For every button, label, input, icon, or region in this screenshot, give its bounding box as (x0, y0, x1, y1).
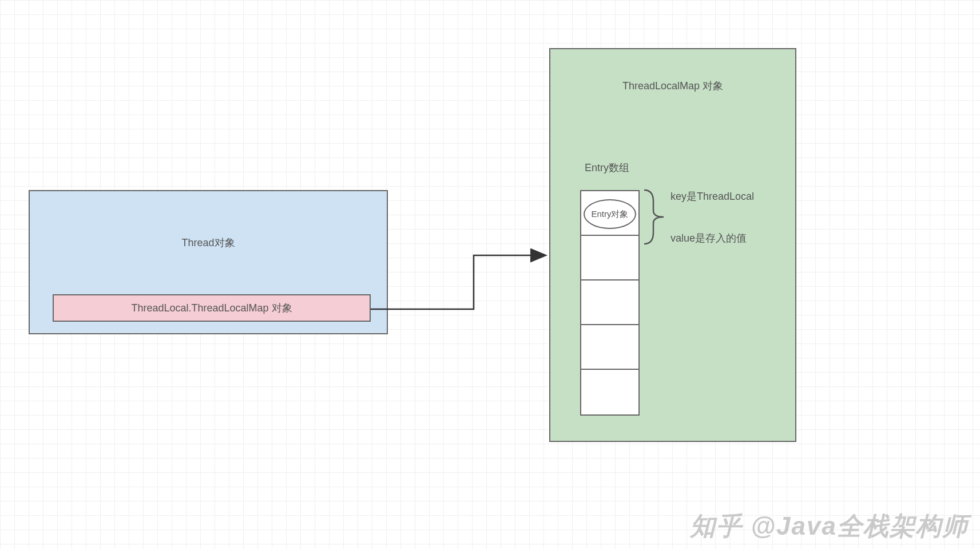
entry-slot (581, 325, 638, 370)
threadlocalmap-object-box: ThreadLocalMap 对象 Entry数组 Entry对象 key是Th… (549, 48, 796, 442)
entry-array-table: Entry对象 (580, 190, 640, 416)
curly-brace-icon (641, 189, 669, 245)
value-description-label: value是存入的值 (670, 231, 747, 245)
key-description-label: key是ThreadLocal (670, 189, 754, 203)
threadlocalmap-field-box: ThreadLocal.ThreadLocalMap 对象 (53, 294, 371, 322)
entry-array-label: Entry数组 (585, 161, 629, 175)
entry-object-label: Entry对象 (591, 209, 628, 219)
entry-slot (581, 281, 638, 325)
entry-slot (581, 236, 638, 281)
watermark-text: 知乎 @Java全栈架构师 (690, 509, 969, 543)
entry-slot: Entry对象 (581, 191, 638, 236)
threadlocalmap-field-label: ThreadLocal.ThreadLocalMap 对象 (131, 301, 292, 315)
threadlocalmap-title: ThreadLocalMap 对象 (550, 79, 795, 93)
entry-slot (581, 370, 638, 414)
entry-object-ellipse: Entry对象 (584, 199, 636, 229)
thread-object-title: Thread对象 (30, 236, 387, 250)
thread-object-box: Thread对象 ThreadLocal.ThreadLocalMap 对象 (29, 190, 388, 334)
